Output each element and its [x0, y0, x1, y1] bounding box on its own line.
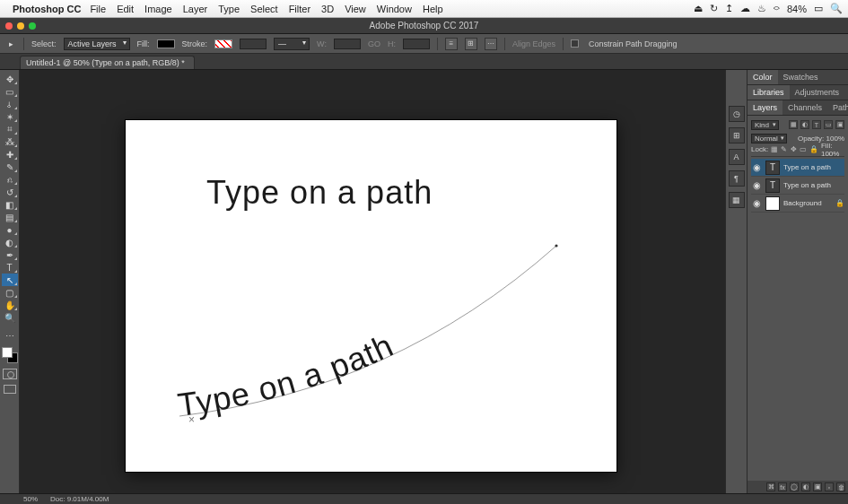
paragraph-panel-icon[interactable]: ¶ [729, 170, 745, 187]
select-dropdown[interactable]: Active Layers [64, 38, 130, 50]
layer-filter-kind[interactable]: Kind [751, 120, 779, 130]
layer-name[interactable]: Type on a path [783, 163, 844, 171]
menu-help[interactable]: Help [423, 4, 443, 14]
fill-opacity-value[interactable]: 100% [821, 150, 839, 158]
document-tab[interactable]: Untitled-1 @ 50% (Type on a path, RGB/8)… [20, 56, 195, 69]
fill-swatch[interactable] [157, 39, 175, 48]
lock-position-icon[interactable]: ✥ [791, 145, 797, 154]
cloud-icon[interactable]: ☁ [740, 3, 750, 14]
layer-row[interactable]: ◉ T Type on a path [751, 177, 844, 195]
wifi-icon[interactable]: ⌔ [774, 4, 780, 14]
eraser-tool[interactable]: ◧ [2, 198, 18, 211]
visibility-toggle-icon[interactable]: ◉ [751, 180, 762, 190]
blend-mode-dropdown[interactable]: Normal [751, 134, 787, 143]
visibility-toggle-icon[interactable]: ◉ [751, 198, 762, 208]
tab-adjustments[interactable]: Adjustments [790, 85, 845, 100]
canvas-area[interactable]: Type on a path Type on a path × [20, 70, 725, 493]
layer-name[interactable]: Type on a path [783, 181, 844, 189]
brush-tool[interactable]: ✎ [2, 161, 18, 173]
quick-select-tool[interactable]: ✶ [2, 110, 18, 123]
path-align-icon[interactable]: ≡ [445, 38, 458, 50]
layer-row[interactable]: ◉ T Type on a path [751, 159, 844, 177]
character-panel-icon[interactable]: A [729, 149, 745, 165]
path-arrange-icon[interactable]: ⊞ [465, 38, 477, 50]
hand-tool[interactable]: ✋ [2, 299, 18, 311]
pen-tool[interactable]: ✒ [2, 248, 18, 261]
width-field[interactable] [334, 39, 361, 49]
adjustment-layer-icon[interactable]: ◐ [801, 482, 810, 491]
stroke-style-dropdown[interactable]: — [274, 38, 310, 50]
tab-libraries[interactable]: Libraries [747, 85, 790, 100]
link-layers-icon[interactable]: ⌘ [766, 482, 775, 491]
eyedropper-tool[interactable]: ⁂ [2, 135, 18, 148]
path-options-icon[interactable]: ⋯ [485, 38, 497, 50]
spotlight-icon[interactable]: 🔍 [830, 3, 843, 14]
menu-type[interactable]: Type [218, 4, 240, 14]
tab-color[interactable]: Color [747, 70, 778, 84]
layer-row[interactable]: ◉ Background 🔒 [751, 195, 844, 213]
filter-pixel-icon[interactable]: ▦ [789, 120, 798, 129]
tab-swatches[interactable]: Swatches [778, 70, 824, 84]
history-brush-tool[interactable]: ↺ [2, 186, 18, 198]
tool-preset-icon[interactable]: ▸ [5, 39, 16, 49]
lasso-tool[interactable]: ⫰ [2, 98, 18, 110]
menu-edit[interactable]: Edit [117, 4, 134, 14]
type-tool[interactable]: T [2, 261, 18, 274]
battery-icon[interactable]: ▭ [814, 3, 823, 14]
crop-tool[interactable]: ⌗ [2, 123, 18, 135]
layer-fx-icon[interactable]: fx [778, 482, 787, 491]
doc-size-info[interactable]: Doc: 9.01M/4.00M [50, 495, 109, 503]
height-field[interactable] [403, 39, 430, 49]
visibility-toggle-icon[interactable]: ◉ [751, 162, 762, 172]
droplet-icon[interactable]: ♨ [757, 3, 766, 14]
new-layer-icon[interactable]: ▫ [825, 482, 834, 491]
tab-channels[interactable]: Channels [782, 100, 827, 115]
canvas-text-on-path[interactable]: Type on a path [176, 326, 399, 423]
menu-file[interactable]: File [90, 4, 106, 14]
blur-tool[interactable]: ● [2, 223, 18, 236]
menu-layer[interactable]: Layer [183, 4, 208, 14]
eject-icon[interactable]: ⏏ [694, 3, 703, 14]
window-minimize-button[interactable] [17, 22, 24, 30]
constrain-checkbox[interactable] [571, 39, 579, 48]
lock-all-icon[interactable]: 🔒 [809, 145, 818, 154]
tab-paths[interactable]: Paths [827, 100, 848, 115]
path-selection-tool[interactable]: ↖ [2, 274, 18, 286]
lock-transparency-icon[interactable]: ▦ [771, 145, 778, 154]
tab-layers[interactable]: Layers [747, 100, 782, 115]
move-tool[interactable]: ✥ [2, 73, 18, 85]
healing-tool[interactable]: ✚ [2, 148, 18, 161]
menu-filter[interactable]: Filter [289, 4, 310, 14]
window-close-button[interactable] [5, 22, 13, 30]
stamp-tool[interactable]: ⎌ [2, 173, 18, 186]
properties-panel-icon[interactable]: ⊞ [729, 127, 745, 143]
trash-icon[interactable]: 🗑 [836, 482, 845, 491]
menu-window[interactable]: Window [377, 4, 412, 14]
filter-shape-icon[interactable]: ▭ [824, 120, 833, 129]
stroke-swatch[interactable] [214, 39, 232, 48]
upload-icon[interactable]: ↥ [725, 3, 733, 14]
foreground-background-colors[interactable] [2, 347, 18, 363]
filter-smart-icon[interactable]: ▣ [835, 120, 844, 129]
edit-toolbar[interactable]: ⋯ [2, 329, 18, 342]
path-anchor-point[interactable] [555, 244, 557, 247]
sync-icon[interactable]: ↻ [710, 3, 718, 14]
menu-select[interactable]: Select [250, 4, 278, 14]
filter-type-icon[interactable]: T [812, 120, 821, 129]
zoom-tool[interactable]: 🔍 [2, 311, 18, 324]
app-name[interactable]: Photoshop CC [13, 4, 81, 14]
group-icon[interactable]: ▣ [813, 482, 822, 491]
artboard[interactable]: Type on a path Type on a path × [126, 120, 616, 472]
history-panel-icon[interactable]: ◷ [729, 106, 745, 122]
menu-view[interactable]: View [345, 4, 366, 14]
menu-image[interactable]: Image [144, 4, 172, 14]
stroke-width-field[interactable] [240, 39, 267, 49]
shape-tool[interactable]: ▢ [2, 286, 18, 299]
quick-mask-icon[interactable] [3, 369, 17, 379]
screen-mode-icon[interactable] [4, 385, 16, 394]
lock-artboard-icon[interactable]: ▭ [800, 145, 807, 154]
menu-3d[interactable]: 3D [321, 4, 334, 14]
window-zoom-button[interactable] [29, 22, 36, 30]
gradient-tool[interactable]: ▤ [2, 211, 18, 223]
marquee-tool[interactable]: ▭ [2, 85, 18, 98]
